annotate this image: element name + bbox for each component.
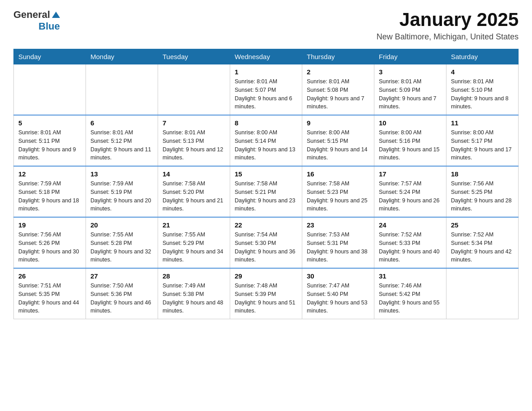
- table-row: 20Sunrise: 7:55 AM Sunset: 5:28 PM Dayli…: [86, 217, 158, 268]
- day-number: 19: [18, 221, 81, 229]
- table-row: 4Sunrise: 8:01 AM Sunset: 5:10 PM Daylig…: [446, 64, 519, 116]
- table-row: 19Sunrise: 7:56 AM Sunset: 5:26 PM Dayli…: [14, 217, 86, 268]
- table-row: [86, 64, 158, 116]
- table-row: 25Sunrise: 7:52 AM Sunset: 5:34 PM Dayli…: [446, 217, 519, 268]
- day-number: 1: [235, 68, 297, 76]
- day-number: 30: [307, 272, 369, 280]
- logo: General Blue: [13, 9, 61, 32]
- day-number: 17: [379, 170, 442, 178]
- day-info: Sunrise: 7:47 AM Sunset: 5:40 PM Dayligh…: [307, 282, 369, 315]
- day-number: 8: [235, 119, 297, 127]
- day-info: Sunrise: 7:51 AM Sunset: 5:35 PM Dayligh…: [18, 282, 81, 315]
- day-info: Sunrise: 7:56 AM Sunset: 5:25 PM Dayligh…: [451, 180, 514, 213]
- table-row: 6Sunrise: 8:01 AM Sunset: 5:12 PM Daylig…: [86, 115, 158, 166]
- table-row: 26Sunrise: 7:51 AM Sunset: 5:35 PM Dayli…: [14, 268, 86, 319]
- day-info: Sunrise: 8:01 AM Sunset: 5:12 PM Dayligh…: [90, 128, 153, 162]
- day-info: Sunrise: 7:55 AM Sunset: 5:28 PM Dayligh…: [90, 231, 153, 264]
- title-section: January 2025 New Baltimore, Michigan, Un…: [377, 9, 519, 42]
- day-info: Sunrise: 7:59 AM Sunset: 5:18 PM Dayligh…: [18, 180, 81, 213]
- calendar-header-row: Sunday Monday Tuesday Wednesday Thursday…: [14, 49, 519, 64]
- table-row: 15Sunrise: 7:58 AM Sunset: 5:21 PM Dayli…: [230, 166, 302, 217]
- table-row: 11Sunrise: 8:00 AM Sunset: 5:17 PM Dayli…: [446, 115, 519, 166]
- day-info: Sunrise: 7:52 AM Sunset: 5:33 PM Dayligh…: [379, 231, 442, 264]
- day-info: Sunrise: 7:46 AM Sunset: 5:42 PM Dayligh…: [379, 282, 442, 315]
- table-row: 8Sunrise: 8:00 AM Sunset: 5:14 PM Daylig…: [230, 115, 302, 166]
- header-monday: Monday: [86, 49, 158, 64]
- day-number: 31: [379, 272, 442, 280]
- day-info: Sunrise: 8:01 AM Sunset: 5:11 PM Dayligh…: [18, 128, 81, 162]
- day-info: Sunrise: 7:54 AM Sunset: 5:30 PM Dayligh…: [235, 231, 297, 264]
- table-row: 10Sunrise: 8:00 AM Sunset: 5:16 PM Dayli…: [374, 115, 446, 166]
- table-row: 22Sunrise: 7:54 AM Sunset: 5:30 PM Dayli…: [230, 217, 302, 268]
- day-number: 2: [307, 68, 369, 76]
- day-info: Sunrise: 8:00 AM Sunset: 5:17 PM Dayligh…: [451, 128, 514, 162]
- day-number: 21: [163, 221, 225, 229]
- table-row: 28Sunrise: 7:49 AM Sunset: 5:38 PM Dayli…: [158, 268, 230, 319]
- calendar-week-row: 26Sunrise: 7:51 AM Sunset: 5:35 PM Dayli…: [14, 268, 519, 319]
- logo-triangle-icon: [51, 10, 61, 20]
- day-number: 26: [18, 272, 81, 280]
- day-number: 11: [451, 119, 514, 127]
- table-row: 18Sunrise: 7:56 AM Sunset: 5:25 PM Dayli…: [446, 166, 519, 217]
- table-row: 7Sunrise: 8:01 AM Sunset: 5:13 PM Daylig…: [158, 115, 230, 166]
- day-number: 18: [451, 170, 514, 178]
- header-thursday: Thursday: [302, 49, 374, 64]
- page-header: General Blue January 2025 New Baltimore,…: [13, 9, 519, 42]
- day-info: Sunrise: 7:57 AM Sunset: 5:24 PM Dayligh…: [379, 180, 442, 213]
- header-saturday: Saturday: [446, 49, 519, 64]
- day-number: 28: [163, 272, 225, 280]
- table-row: 12Sunrise: 7:59 AM Sunset: 5:18 PM Dayli…: [14, 166, 86, 217]
- day-info: Sunrise: 8:00 AM Sunset: 5:15 PM Dayligh…: [307, 128, 369, 162]
- day-number: 10: [379, 119, 442, 127]
- day-info: Sunrise: 8:01 AM Sunset: 5:13 PM Dayligh…: [163, 128, 225, 162]
- day-info: Sunrise: 7:52 AM Sunset: 5:34 PM Dayligh…: [451, 231, 514, 264]
- calendar-week-row: 19Sunrise: 7:56 AM Sunset: 5:26 PM Dayli…: [14, 217, 519, 268]
- table-row: 13Sunrise: 7:59 AM Sunset: 5:19 PM Dayli…: [86, 166, 158, 217]
- day-info: Sunrise: 7:50 AM Sunset: 5:36 PM Dayligh…: [90, 282, 153, 315]
- calendar-week-row: 1Sunrise: 8:01 AM Sunset: 5:07 PM Daylig…: [14, 64, 519, 116]
- day-info: Sunrise: 7:55 AM Sunset: 5:29 PM Dayligh…: [163, 231, 225, 264]
- table-row: 16Sunrise: 7:58 AM Sunset: 5:23 PM Dayli…: [302, 166, 374, 217]
- header-wednesday: Wednesday: [230, 49, 302, 64]
- day-info: Sunrise: 8:01 AM Sunset: 5:10 PM Dayligh…: [451, 77, 514, 111]
- day-number: 29: [235, 272, 297, 280]
- day-number: 9: [307, 119, 369, 127]
- header-sunday: Sunday: [14, 49, 86, 64]
- day-info: Sunrise: 8:01 AM Sunset: 5:08 PM Dayligh…: [307, 77, 369, 111]
- day-info: Sunrise: 7:48 AM Sunset: 5:39 PM Dayligh…: [235, 282, 297, 315]
- day-number: 5: [18, 119, 81, 127]
- day-number: 16: [307, 170, 369, 178]
- day-info: Sunrise: 7:59 AM Sunset: 5:19 PM Dayligh…: [90, 180, 153, 213]
- table-row: 5Sunrise: 8:01 AM Sunset: 5:11 PM Daylig…: [14, 115, 86, 166]
- logo-blue-text: Blue: [39, 21, 60, 32]
- day-number: 7: [163, 119, 225, 127]
- header-tuesday: Tuesday: [158, 49, 230, 64]
- day-number: 20: [90, 221, 153, 229]
- table-row: 2Sunrise: 8:01 AM Sunset: 5:08 PM Daylig…: [302, 64, 374, 116]
- day-info: Sunrise: 7:58 AM Sunset: 5:21 PM Dayligh…: [235, 180, 297, 213]
- table-row: [446, 268, 519, 319]
- day-info: Sunrise: 8:00 AM Sunset: 5:16 PM Dayligh…: [379, 128, 442, 162]
- day-number: 25: [451, 221, 514, 229]
- day-number: 22: [235, 221, 297, 229]
- table-row: 21Sunrise: 7:55 AM Sunset: 5:29 PM Dayli…: [158, 217, 230, 268]
- day-number: 6: [90, 119, 153, 127]
- calendar-week-row: 5Sunrise: 8:01 AM Sunset: 5:11 PM Daylig…: [14, 115, 519, 166]
- day-info: Sunrise: 8:01 AM Sunset: 5:07 PM Dayligh…: [235, 77, 297, 111]
- day-number: 23: [307, 221, 369, 229]
- day-info: Sunrise: 7:58 AM Sunset: 5:20 PM Dayligh…: [163, 180, 225, 213]
- day-info: Sunrise: 7:53 AM Sunset: 5:31 PM Dayligh…: [307, 231, 369, 264]
- table-row: 30Sunrise: 7:47 AM Sunset: 5:40 PM Dayli…: [302, 268, 374, 319]
- table-row: 1Sunrise: 8:01 AM Sunset: 5:07 PM Daylig…: [230, 64, 302, 116]
- table-row: 14Sunrise: 7:58 AM Sunset: 5:20 PM Dayli…: [158, 166, 230, 217]
- table-row: 31Sunrise: 7:46 AM Sunset: 5:42 PM Dayli…: [374, 268, 446, 319]
- day-number: 12: [18, 170, 81, 178]
- table-row: 9Sunrise: 8:00 AM Sunset: 5:15 PM Daylig…: [302, 115, 374, 166]
- table-row: 27Sunrise: 7:50 AM Sunset: 5:36 PM Dayli…: [86, 268, 158, 319]
- logo-general-text: General: [13, 9, 50, 21]
- day-number: 15: [235, 170, 297, 178]
- calendar-subtitle: New Baltimore, Michigan, United States: [377, 32, 519, 42]
- svg-marker-0: [52, 12, 60, 18]
- table-row: 3Sunrise: 8:01 AM Sunset: 5:09 PM Daylig…: [374, 64, 446, 116]
- day-info: Sunrise: 7:58 AM Sunset: 5:23 PM Dayligh…: [307, 180, 369, 213]
